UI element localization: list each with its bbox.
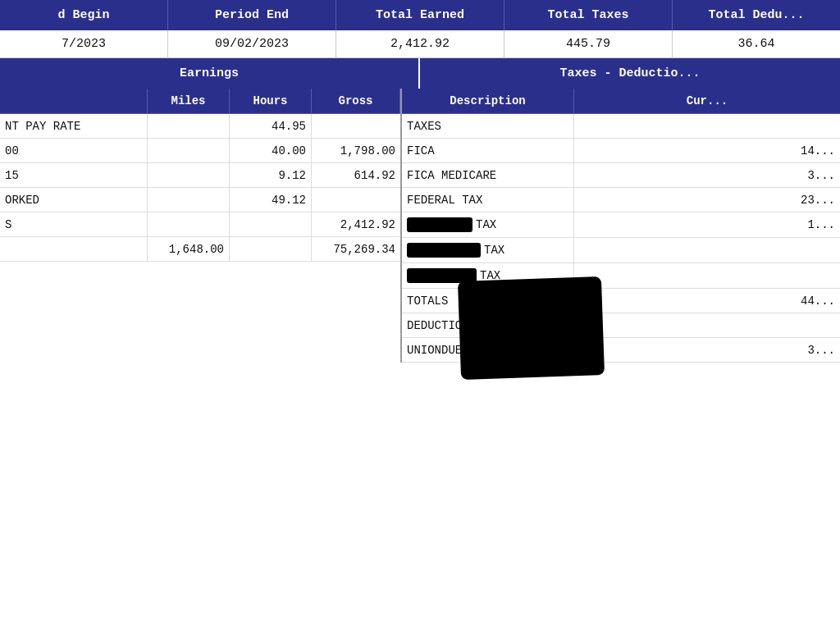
tax-cur-6 [574, 263, 840, 288]
earn-type-3: 15 [0, 163, 148, 187]
tax-label-5: TAX [484, 244, 504, 257]
tax-cur-0 [574, 114, 840, 138]
earn-hours-5 [230, 212, 312, 236]
data-total-taxes: 445.79 [504, 30, 673, 57]
earn-miles-2 [148, 139, 230, 162]
earn-type-1: NT PAY RATE [0, 114, 148, 138]
tax-cur-uniondue: 3... [574, 338, 840, 362]
earn-hours-4: 49.12 [230, 188, 312, 212]
earn-type-5: S [0, 212, 148, 236]
earn-type-6 [0, 237, 148, 261]
header-total-taxes: Total Taxes [504, 0, 673, 30]
data-period-end: 09/02/2023 [168, 30, 336, 57]
header-period-end: Period End [168, 0, 336, 30]
subheader-gross: Gross [312, 89, 400, 113]
taxes-row-fica-medicare: FICA MEDICARE 3... [402, 163, 840, 188]
section-header-row: Earnings Taxes - Deductio... [0, 58, 840, 89]
earn-miles-6: 1,648.00 [148, 237, 230, 261]
taxes-row-fica: FICA 14... [402, 139, 840, 163]
earnings-section: Miles Hours Gross NT PAY RATE 44.95 00 4… [0, 89, 402, 363]
taxes-subheader: Description Cur... [402, 89, 840, 114]
tax-desc-3: FEDERAL TAX [402, 188, 574, 212]
tax-cur-4: 1... [574, 212, 840, 237]
tax-desc-4: TAX [402, 212, 574, 237]
taxes-row-4: TAX 1... [402, 212, 840, 238]
redacted-blob-1 [407, 217, 472, 232]
subheader-current: Cur... [574, 89, 840, 113]
tax-desc-5: TAX [402, 238, 574, 262]
tax-cur-deductions [574, 313, 840, 337]
earn-gross-4 [312, 188, 400, 212]
section-earnings-label: Earnings [0, 58, 420, 89]
tax-desc-2: FICA MEDICARE [402, 163, 574, 187]
earnings-row-1: NT PAY RATE 44.95 [0, 114, 400, 139]
earn-type-4: ORKED [0, 188, 148, 212]
header-total-earned: Total Earned [336, 0, 504, 30]
earn-gross-6: 75,269.34 [312, 237, 400, 261]
earn-gross-1 [312, 114, 400, 138]
page: d Begin Period End Total Earned Total Ta… [0, 0, 840, 630]
earn-gross-3: 614.92 [312, 163, 400, 187]
data-period-begin: 7/2023 [0, 30, 168, 57]
earn-hours-2: 40.00 [230, 139, 312, 162]
redacted-blob-main [458, 276, 605, 380]
tax-desc-0: TAXES [402, 114, 574, 138]
earn-miles-1 [148, 114, 230, 138]
earn-miles-4 [148, 188, 230, 212]
earnings-row-6: 1,648.00 75,269.34 [0, 237, 400, 262]
data-total-deductions: 36.64 [673, 30, 840, 57]
subheader-hours: Hours [230, 89, 312, 113]
subheader-miles: Miles [148, 89, 230, 113]
header-total-deductions: Total Dedu... [673, 0, 840, 30]
taxes-label-row: TAXES [402, 114, 840, 139]
earnings-row-4: ORKED 49.12 [0, 188, 400, 212]
top-data-row: 7/2023 09/02/2023 2,412.92 445.79 36.64 [0, 30, 840, 58]
earnings-row-3: 15 9.12 614.92 [0, 163, 400, 188]
earn-gross-5: 2,412.92 [312, 212, 400, 236]
top-header-row: d Begin Period End Total Earned Total Ta… [0, 0, 840, 30]
earnings-row-5: S 2,412.92 [0, 212, 400, 237]
tax-cur-3: 23... [574, 188, 840, 212]
tax-cur-2: 3... [574, 163, 840, 187]
tax-cur-5 [574, 238, 840, 262]
subheader-description: Description [402, 89, 574, 113]
tax-desc-1: FICA [402, 139, 574, 162]
tax-cur-1: 14... [574, 139, 840, 162]
earnings-row-2: 00 40.00 1,798.00 [0, 139, 400, 163]
earn-gross-2: 1,798.00 [312, 139, 400, 162]
earn-hours-3: 9.12 [230, 163, 312, 187]
body-area: Miles Hours Gross NT PAY RATE 44.95 00 4… [0, 89, 840, 363]
earn-hours-6 [230, 237, 312, 261]
tax-label-4: TAX [476, 218, 496, 231]
section-taxes-label: Taxes - Deductio... [420, 58, 840, 89]
subheader-type [0, 89, 148, 113]
taxes-row-5: TAX [402, 238, 840, 263]
tax-cur-totals: 44... [574, 289, 840, 313]
earn-miles-3 [148, 163, 230, 187]
earnings-subheader: Miles Hours Gross [0, 89, 400, 114]
redacted-blob-2 [407, 243, 481, 258]
earn-miles-5 [148, 212, 230, 236]
header-period-begin: d Begin [0, 0, 168, 30]
data-total-earned: 2,412.92 [336, 30, 504, 57]
earn-type-2: 00 [0, 139, 148, 162]
taxes-row-federal: FEDERAL TAX 23... [402, 188, 840, 212]
earn-hours-1: 44.95 [230, 114, 312, 138]
